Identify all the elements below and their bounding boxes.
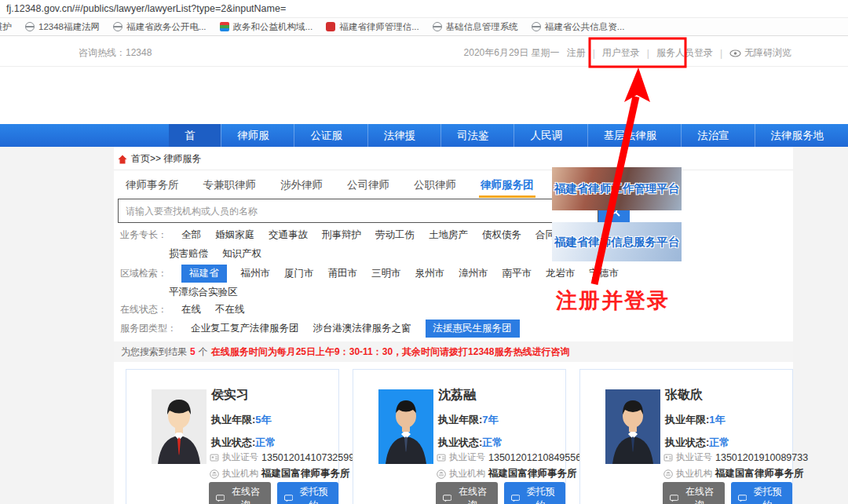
browser-url-bar[interactable]: fj.12348.gov.cn/#/publics/lawyer/lawyerL… bbox=[0, 0, 848, 18]
content-panel: 首页>> 律师服务 律师事务所 专兼职律师 涉外律师 公司律师 公职律师 律师服… bbox=[114, 147, 793, 504]
globe-icon bbox=[532, 22, 541, 31]
nav-item-lawyer-services[interactable]: 律师服务 bbox=[221, 124, 294, 147]
region-option[interactable]: 平潭综合实验区 bbox=[169, 286, 238, 299]
separator: | bbox=[647, 48, 649, 59]
nav-item-legal-aid[interactable]: 法律援助 bbox=[367, 124, 440, 147]
region-option[interactable]: 三明市 bbox=[371, 267, 401, 280]
separator: | bbox=[720, 48, 722, 59]
accessibility-link[interactable]: 无障碍浏览 bbox=[729, 46, 791, 60]
tab-company-lawyers[interactable]: 公司律师 bbox=[347, 178, 389, 198]
nav-item-home[interactable]: 首页 bbox=[169, 124, 221, 147]
chat-bubble-icon bbox=[738, 495, 747, 502]
region-option[interactable]: 厦门市 bbox=[284, 267, 314, 280]
region-option[interactable]: 漳州市 bbox=[459, 267, 488, 280]
bookmark-label: 福建省政务公开电... bbox=[126, 21, 207, 33]
nav-item-notary-services[interactable]: 公证服务 bbox=[294, 124, 367, 147]
bookmark-item[interactable]: 12348福建法网 bbox=[25, 21, 100, 33]
bookmark-item[interactable]: 政务和公益机构域... bbox=[220, 21, 313, 33]
tab-full-part-time-lawyers[interactable]: 专兼职律师 bbox=[203, 178, 257, 198]
card-buttons: 在线咨询 委托预约 bbox=[436, 482, 565, 504]
region-option[interactable]: 宁德市 bbox=[590, 267, 620, 280]
filter-label: 在线状态： bbox=[120, 303, 167, 316]
license-row: 执业证号 13501201210849556 bbox=[437, 451, 581, 463]
appointment-button[interactable]: 委托预约 bbox=[277, 482, 339, 504]
bookmark-label: 政务和公益机构域... bbox=[233, 21, 313, 33]
team-option[interactable]: 涉台港澳法律服务之窗 bbox=[313, 322, 411, 335]
specialty-option[interactable]: 债权债务 bbox=[482, 228, 521, 242]
practice-years: 执业年限:7年 bbox=[438, 413, 499, 427]
tab-law-firms[interactable]: 律师事务所 bbox=[126, 178, 179, 198]
specialty-option[interactable]: 知识产权 bbox=[222, 247, 261, 261]
nav-item-law-publicity[interactable]: 法治宣传 bbox=[681, 124, 754, 147]
lawyer-name: 侯实习 bbox=[211, 387, 249, 404]
bookmarks-bar: 维护 12348福建法网 福建省政务公开电... 政务和公益机构域... 福建省… bbox=[0, 18, 848, 36]
user-login-link[interactable]: 用户登录 bbox=[602, 46, 640, 60]
id-card-icon bbox=[210, 453, 219, 462]
nav-item-judicial-authentication[interactable]: 司法鉴定 bbox=[440, 124, 514, 147]
eye-icon bbox=[729, 49, 741, 57]
lawyer-photo bbox=[378, 389, 433, 464]
online-option[interactable]: 在线 bbox=[181, 303, 201, 316]
bookmark-item[interactable]: 福建省政务公开电... bbox=[113, 21, 207, 33]
specialty-option[interactable]: 刑事辩护 bbox=[322, 228, 361, 242]
banner-lawyer-info-platform[interactable]: 福建省律师信息服务平台 bbox=[552, 222, 682, 261]
id-card-icon bbox=[437, 453, 446, 462]
team-option-selected[interactable]: 法援惠民生服务团 bbox=[426, 320, 520, 338]
firm-name: 福建国富律师事务所 bbox=[488, 467, 577, 480]
tab-public-lawyers[interactable]: 公职律师 bbox=[414, 178, 456, 198]
online-consult-button[interactable]: 在线咨询 bbox=[663, 482, 725, 504]
bookmark-item[interactable]: 福建省公共信息资... bbox=[532, 21, 625, 33]
region-option[interactable]: 福州市 bbox=[241, 267, 271, 280]
tab-lawyer-service-team[interactable]: 律师服务团 bbox=[481, 178, 534, 198]
list-search-input[interactable] bbox=[118, 199, 598, 223]
online-consult-button[interactable]: 在线咨询 bbox=[209, 482, 271, 504]
online-consult-button[interactable]: 在线咨询 bbox=[436, 482, 498, 504]
nav-item-people-mediation[interactable]: 人民调解 bbox=[514, 124, 587, 147]
main-nav: 首页 律师服务 公证服务 法律援助 司法鉴定 人民调解 基层法律服务 法治宣传 … bbox=[0, 124, 848, 147]
date-text: 2020年6月29日 星期一 bbox=[464, 46, 560, 60]
staff-login-link[interactable]: 服务人员登录 bbox=[656, 46, 713, 60]
specialty-option[interactable]: 损害赔偿 bbox=[169, 247, 208, 261]
site-topbar: 咨询热线：12348 2020年6月29日 星期一 注册 | 用户登录 | 服务… bbox=[0, 36, 848, 67]
breadcrumb[interactable]: 首页>> 律师服务 bbox=[118, 152, 201, 166]
register-link[interactable]: 注册 bbox=[567, 46, 586, 60]
screenshot-root: fj.12348.gov.cn/#/publics/lawyer/lawyerL… bbox=[0, 0, 848, 504]
filter-label: 区域检索： bbox=[120, 267, 167, 280]
online-option[interactable]: 不在线 bbox=[215, 303, 245, 316]
nav-item-grassroots-legal[interactable]: 基层法律服务 bbox=[587, 124, 681, 147]
bookmark-item[interactable]: 福建省律师管理信... bbox=[326, 21, 419, 33]
specialty-option[interactable]: 交通事故 bbox=[269, 228, 308, 242]
team-option[interactable]: 企业复工复产法律服务团 bbox=[191, 322, 299, 335]
region-option-selected[interactable]: 福建省 bbox=[181, 265, 227, 283]
specialty-option[interactable]: 土地房产 bbox=[429, 228, 468, 242]
tab-foreign-lawyers[interactable]: 涉外律师 bbox=[280, 178, 323, 198]
card-buttons: 在线咨询 委托预约 bbox=[663, 482, 792, 504]
result-count: 5 bbox=[190, 346, 196, 357]
firm-label: 执业机构 bbox=[676, 468, 712, 480]
banner-lawyer-work-platform[interactable]: 福建省律师工作管理平台 bbox=[552, 167, 682, 210]
bookmark-item[interactable]: 基础信息管理系统 bbox=[433, 21, 518, 33]
chat-bubble-icon bbox=[511, 495, 520, 502]
specialty-option[interactable]: 婚姻家庭 bbox=[215, 228, 254, 242]
appointment-button[interactable]: 委托预约 bbox=[504, 482, 566, 504]
license-label: 执业证号 bbox=[222, 451, 258, 463]
specialty-option[interactable]: 全部 bbox=[181, 228, 201, 242]
id-card-icon bbox=[663, 453, 673, 462]
nav-item-legal-service-map[interactable]: 法律服务地图 bbox=[755, 124, 848, 147]
result-prefix: 为您搜索到结果 bbox=[121, 345, 187, 359]
filter-region-row: 区域检索： 福建省 福州市 厦门市 莆田市 三明市 泉州市 漳州市 南平市 龙岩… bbox=[120, 265, 619, 283]
bank-icon bbox=[437, 469, 446, 479]
lawyer-name: 张敬欣 bbox=[665, 387, 703, 404]
region-option[interactable]: 南平市 bbox=[503, 267, 532, 280]
region-option[interactable]: 莆田市 bbox=[328, 267, 358, 280]
bookmark-item[interactable]: 维护 bbox=[0, 21, 12, 33]
result-suffix: 个 bbox=[199, 345, 208, 359]
region-option[interactable]: 泉州市 bbox=[415, 267, 445, 280]
lawyer-name: 沈荔融 bbox=[438, 387, 476, 404]
practice-years: 执业年限:5年 bbox=[211, 413, 272, 427]
region-option[interactable]: 龙岩市 bbox=[546, 267, 576, 280]
specialty-option[interactable]: 劳动工伤 bbox=[375, 228, 415, 242]
firm-label: 执业机构 bbox=[449, 468, 485, 480]
appointment-button[interactable]: 委托预约 bbox=[731, 482, 793, 504]
filter-region-row2: 平潭综合实验区 bbox=[169, 286, 238, 299]
